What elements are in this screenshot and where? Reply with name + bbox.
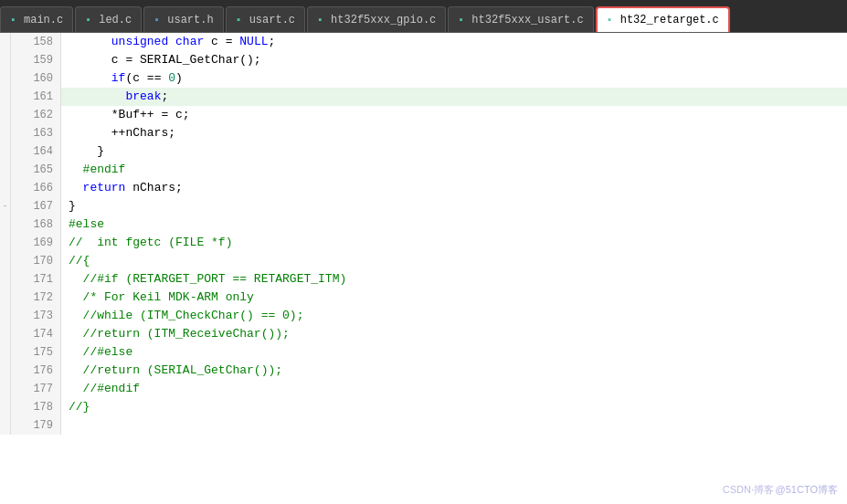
line-content: /* For Keil MDK-ARM only <box>61 289 847 307</box>
line-content <box>61 416 847 435</box>
line-content: break; <box>61 88 847 106</box>
code-line: 161 break; <box>0 88 847 106</box>
line-number: 167 <box>11 197 61 215</box>
line-number: 170 <box>11 252 61 270</box>
line-number: 161 <box>11 88 61 106</box>
code-line: 158 unsigned char c = NULL; <box>0 33 847 51</box>
line-content: *Buf++ = c; <box>61 106 847 124</box>
line-number: 160 <box>11 69 61 88</box>
code-line: 178//} <box>0 398 847 416</box>
gutter-marker <box>0 343 11 362</box>
tab-usart_c[interactable]: ▪usart.c <box>226 6 305 32</box>
line-number: 175 <box>11 343 61 362</box>
file-icon: ▪ <box>317 15 326 26</box>
line-number: 165 <box>11 161 61 179</box>
line-number: 176 <box>11 362 61 380</box>
gutter-marker <box>0 51 11 69</box>
code-line: 166 return nChars; <box>0 179 847 197</box>
line-number: 177 <box>11 380 61 398</box>
code-area: 158 unsigned char c = NULL;159 c = SERIA… <box>0 33 847 504</box>
line-content: #else <box>61 215 847 234</box>
code-line: 170//{ <box>0 252 847 270</box>
gutter-marker <box>0 124 11 142</box>
gutter-marker <box>0 142 11 161</box>
line-content: ++nChars; <box>61 124 847 142</box>
tab-label: main.c <box>24 14 63 26</box>
code-line: 165 #endif <box>0 161 847 179</box>
line-number: 162 <box>11 106 61 124</box>
line-content: //while (ITM_CheckChar() == 0); <box>61 307 847 325</box>
code-line: 162 *Buf++ = c; <box>0 106 847 124</box>
gutter-marker <box>0 362 11 380</box>
line-content: #endif <box>61 161 847 179</box>
watermark: @51CTO博客 <box>776 483 838 497</box>
tab-label: usart.c <box>249 14 295 26</box>
line-number: 159 <box>11 51 61 69</box>
line-content: //return (ITM_ReceiveChar()); <box>61 325 847 343</box>
line-content: return nChars; <box>61 179 847 197</box>
file-icon: ▪ <box>236 15 245 26</box>
gutter-marker <box>0 69 11 88</box>
tab-usart_h[interactable]: ▪usart.h <box>143 6 223 32</box>
code-line: 173 //while (ITM_CheckChar() == 0); <box>0 307 847 325</box>
tab-ht32f5xxx_gpio_c[interactable]: ▪ht32f5xxx_gpio.c <box>307 6 446 32</box>
gutter-marker <box>0 307 11 325</box>
file-icon: ▪ <box>85 15 94 26</box>
gutter-marker: - <box>0 197 11 215</box>
code-line: 176 //return (SERIAL_GetChar()); <box>0 362 847 380</box>
line-content: //{ <box>61 252 847 270</box>
line-content: //} <box>61 398 847 416</box>
line-content: c = SERIAL_GetChar(); <box>61 51 847 69</box>
gutter-marker <box>0 234 11 252</box>
code-line: 159 c = SERIAL_GetChar(); <box>0 51 847 69</box>
line-content: // int fgetc (FILE *f) <box>61 234 847 252</box>
csdn-watermark: CSDN·搏客 <box>723 483 774 497</box>
gutter-marker <box>0 398 11 416</box>
tab-label: ht32f5xxx_gpio.c <box>331 14 436 26</box>
file-icon: ▪ <box>154 15 163 26</box>
line-number: 179 <box>11 416 61 435</box>
code-line: 168#else <box>0 215 847 234</box>
line-number: 171 <box>11 270 61 289</box>
file-icon: ▪ <box>10 15 19 26</box>
line-content: } <box>61 197 847 215</box>
line-number: 163 <box>11 124 61 142</box>
gutter-marker <box>0 380 11 398</box>
code-line: 174 //return (ITM_ReceiveChar()); <box>0 325 847 343</box>
line-number: 172 <box>11 289 61 307</box>
gutter-marker <box>0 325 11 343</box>
tab-label: ht32_retarget.c <box>620 14 719 26</box>
tab-led_c[interactable]: ▪led.c <box>75 6 142 32</box>
line-content: //return (SERIAL_GetChar()); <box>61 362 847 380</box>
line-number: 173 <box>11 307 61 325</box>
tab-ht32_retarget_c[interactable]: ▪ht32_retarget.c <box>596 6 730 32</box>
gutter-marker <box>0 161 11 179</box>
code-line: 172 /* For Keil MDK-ARM only <box>0 289 847 307</box>
line-number: 164 <box>11 142 61 161</box>
gutter-marker <box>0 33 11 51</box>
line-content: //#if (RETARGET_PORT == RETARGET_ITM) <box>61 270 847 289</box>
line-number: 174 <box>11 325 61 343</box>
line-content: } <box>61 142 847 161</box>
line-number: 166 <box>11 179 61 197</box>
tab-ht32f5xxx_usart_c[interactable]: ▪ht32f5xxx_usart.c <box>448 6 593 32</box>
tab-label: ht32f5xxx_usart.c <box>471 14 583 26</box>
code-line: 163 ++nChars; <box>0 124 847 142</box>
gutter-marker <box>0 270 11 289</box>
line-content: unsigned char c = NULL; <box>61 33 847 51</box>
gutter-marker <box>0 416 11 435</box>
line-content: //#else <box>61 343 847 362</box>
line-number: 178 <box>11 398 61 416</box>
code-line: 175 //#else <box>0 343 847 362</box>
line-number: 168 <box>11 215 61 234</box>
code-line: 169// int fgetc (FILE *f) <box>0 234 847 252</box>
line-number: 169 <box>11 234 61 252</box>
gutter-marker <box>0 88 11 106</box>
line-content: //#endif <box>61 380 847 398</box>
line-number: 158 <box>11 33 61 51</box>
tab-label: usart.h <box>167 14 213 26</box>
gutter-marker <box>0 106 11 124</box>
gutter-marker <box>0 179 11 197</box>
file-icon: ▪ <box>458 15 467 26</box>
tab-main_c[interactable]: ▪main.c <box>0 6 73 32</box>
